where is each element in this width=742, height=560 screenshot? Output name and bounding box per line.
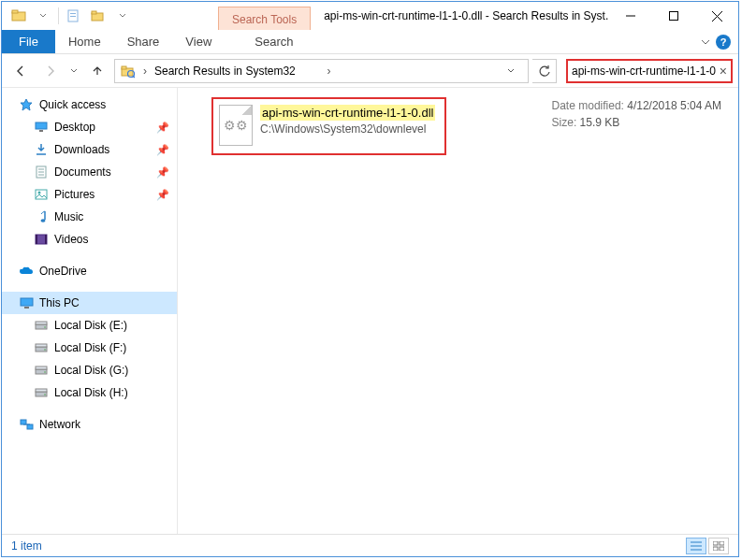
sidebar-item-label: Downloads bbox=[54, 143, 109, 156]
refresh-button[interactable] bbox=[532, 59, 557, 83]
sidebar-item-pictures[interactable]: Pictures📌 bbox=[34, 183, 177, 206]
sidebar-drive[interactable]: Local Disk (G:) bbox=[34, 359, 177, 381]
sidebar-item-downloads[interactable]: Downloads📌 bbox=[34, 138, 177, 161]
breadcrumb-chevron-icon[interactable]: › bbox=[324, 65, 335, 78]
svg-point-42 bbox=[44, 394, 46, 395]
navigation-bar: › Search Results in System32 › api-ms-wi… bbox=[2, 54, 738, 88]
sidebar-item-label: Documents bbox=[54, 165, 111, 179]
svg-rect-52 bbox=[720, 547, 724, 551]
sidebar-onedrive[interactable]: OneDrive bbox=[2, 260, 177, 282]
maximize-button[interactable] bbox=[652, 2, 695, 30]
sidebar-item-documents[interactable]: Documents📌 bbox=[34, 161, 177, 183]
sidebar-item-label: Pictures bbox=[54, 188, 95, 201]
pin-icon: 📌 bbox=[156, 166, 169, 179]
svg-rect-3 bbox=[70, 13, 76, 14]
breadcrumb-segment[interactable]: Search Results in System32 bbox=[154, 65, 320, 78]
up-button[interactable] bbox=[84, 58, 110, 84]
drive-icon bbox=[34, 318, 49, 333]
sidebar-quick-access[interactable]: Quick access bbox=[2, 93, 177, 116]
svg-rect-50 bbox=[720, 541, 724, 545]
svg-rect-4 bbox=[70, 16, 76, 17]
tab-home[interactable]: Home bbox=[55, 30, 114, 53]
svg-rect-16 bbox=[36, 122, 47, 129]
size-label: Size: bbox=[552, 116, 577, 129]
sidebar-item-label: Local Disk (E:) bbox=[54, 319, 127, 332]
svg-line-14 bbox=[133, 76, 135, 78]
clear-search-icon[interactable]: × bbox=[716, 64, 727, 79]
svg-marker-15 bbox=[21, 99, 32, 110]
network-icon bbox=[19, 417, 34, 432]
thumbnails-view-button[interactable] bbox=[708, 538, 729, 554]
document-icon bbox=[34, 165, 49, 179]
back-button[interactable] bbox=[7, 58, 34, 84]
svg-rect-27 bbox=[36, 235, 37, 244]
address-history-dropdown-icon[interactable] bbox=[507, 67, 524, 75]
picture-icon bbox=[34, 187, 49, 202]
qat-customize-icon[interactable] bbox=[111, 5, 134, 27]
svg-point-24 bbox=[38, 192, 41, 194]
tab-search[interactable]: Search bbox=[241, 30, 306, 53]
help-icon[interactable]: ? bbox=[716, 35, 731, 50]
sidebar-item-label: Local Disk (H:) bbox=[54, 386, 128, 399]
sidebar-item-desktop[interactable]: Desktop📌 bbox=[34, 116, 177, 138]
recent-dropdown-icon[interactable] bbox=[67, 58, 80, 84]
close-button[interactable] bbox=[695, 2, 738, 30]
svg-point-33 bbox=[44, 326, 46, 328]
search-result-row[interactable]: ⚙⚙ api-ms-win-crt-runtime-l1-1-0.dll C:\… bbox=[187, 97, 729, 155]
search-input[interactable]: api-ms-win-crt-runtime-l1-1-0. × bbox=[566, 59, 733, 83]
file-tab[interactable]: File bbox=[2, 30, 55, 53]
properties-icon[interactable] bbox=[63, 5, 85, 27]
this-pc-label: This PC bbox=[39, 296, 80, 309]
svg-rect-23 bbox=[36, 190, 47, 199]
details-view-button[interactable] bbox=[686, 538, 706, 554]
pin-icon: 📌 bbox=[156, 144, 169, 156]
cloud-icon bbox=[19, 264, 34, 279]
sidebar-drive[interactable]: Local Disk (H:) bbox=[34, 381, 177, 404]
minimize-button[interactable] bbox=[609, 2, 652, 30]
new-folder-icon[interactable] bbox=[87, 5, 109, 27]
sidebar-item-label: Desktop bbox=[54, 121, 95, 134]
address-bar[interactable]: › Search Results in System32 › bbox=[114, 59, 529, 83]
sidebar-item-label: Music bbox=[54, 210, 83, 223]
sidebar-item-label: Videos bbox=[54, 233, 88, 246]
svg-rect-8 bbox=[670, 12, 678, 21]
forward-button[interactable] bbox=[37, 58, 64, 84]
window-title: api-ms-win-crt-runtime-l1-1-0.dll - Sear… bbox=[311, 2, 609, 30]
sidebar-network[interactable]: Network bbox=[2, 413, 177, 436]
folder-icon[interactable] bbox=[7, 5, 30, 27]
date-modified-label: Date modified: bbox=[552, 99, 624, 112]
svg-rect-32 bbox=[36, 322, 47, 324]
result-metadata: Date modified: 4/12/2018 5:04 AM Size: 1… bbox=[552, 97, 729, 131]
qat-dropdown-1[interactable] bbox=[32, 5, 54, 27]
svg-rect-17 bbox=[39, 130, 43, 132]
svg-point-36 bbox=[44, 349, 46, 351]
music-icon bbox=[34, 209, 49, 224]
star-icon bbox=[19, 97, 34, 112]
breadcrumb-chevron-icon[interactable]: › bbox=[139, 65, 151, 78]
sidebar-drive[interactable]: Local Disk (F:) bbox=[34, 337, 177, 359]
tab-view[interactable]: View bbox=[172, 30, 225, 53]
expand-ribbon-icon[interactable] bbox=[701, 37, 710, 47]
svg-rect-38 bbox=[36, 366, 47, 369]
svg-rect-6 bbox=[92, 11, 96, 14]
sidebar-item-videos[interactable]: Videos bbox=[34, 228, 177, 251]
svg-rect-44 bbox=[27, 424, 33, 429]
sidebar-this-pc[interactable]: This PC bbox=[2, 292, 177, 314]
svg-point-39 bbox=[44, 371, 46, 373]
quick-access-toolbar bbox=[2, 2, 134, 30]
svg-rect-12 bbox=[122, 66, 126, 69]
sidebar-drive[interactable]: Local Disk (E:) bbox=[34, 314, 177, 337]
drive-icon bbox=[34, 363, 49, 378]
video-icon bbox=[34, 232, 49, 247]
date-modified-value: 4/12/2018 5:04 AM bbox=[627, 99, 721, 112]
status-bar: 1 item bbox=[2, 534, 738, 556]
tab-share[interactable]: Share bbox=[114, 30, 173, 53]
download-icon bbox=[34, 142, 49, 157]
sidebar-item-music[interactable]: Music bbox=[34, 206, 177, 228]
pin-icon: 📌 bbox=[156, 122, 169, 134]
svg-rect-41 bbox=[36, 389, 47, 392]
svg-rect-29 bbox=[21, 298, 33, 306]
quick-access-label: Quick access bbox=[39, 98, 106, 111]
dll-file-icon: ⚙⚙ bbox=[219, 105, 253, 146]
svg-rect-30 bbox=[24, 307, 29, 309]
